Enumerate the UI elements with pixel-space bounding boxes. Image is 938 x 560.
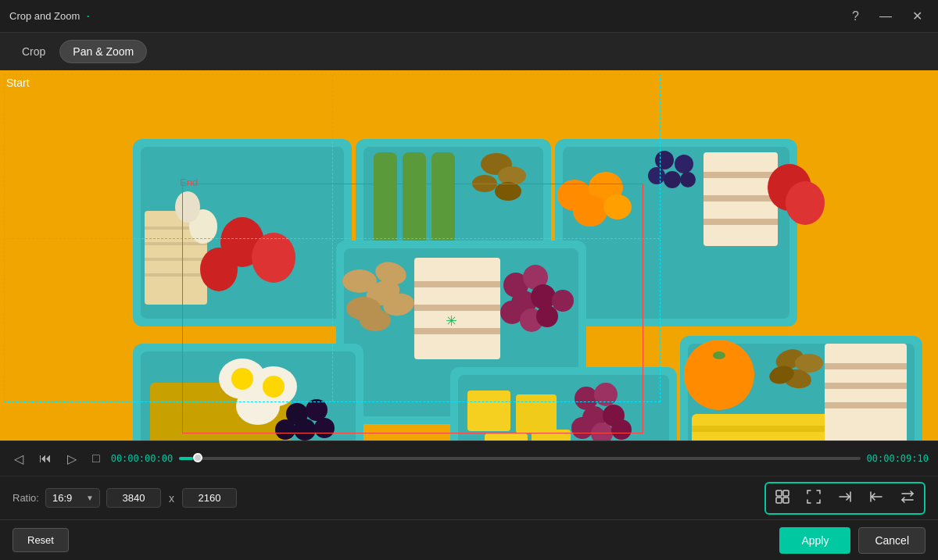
width-input[interactable] — [106, 488, 161, 508]
tab-bar: Crop Pan & Zoom — [0, 33, 938, 70]
svg-point-57 — [536, 305, 558, 327]
move-cursor-icon: ✳ — [446, 312, 457, 330]
svg-point-26 — [573, 195, 607, 226]
food-image — [0, 70, 938, 441]
svg-rect-34 — [704, 172, 778, 178]
svg-point-12 — [175, 191, 200, 223]
svg-rect-96 — [825, 344, 907, 441]
window-title: Crop and Zoom — [9, 10, 80, 22]
svg-point-54 — [531, 284, 556, 309]
svg-rect-7 — [145, 273, 207, 276]
svg-rect-35 — [704, 195, 778, 202]
ratio-select[interactable]: 16:9 4:3 1:1 9:16 Custom — [45, 488, 100, 508]
svg-rect-77 — [532, 430, 571, 441]
svg-rect-97 — [825, 363, 907, 369]
svg-point-65 — [231, 368, 253, 390]
svg-rect-103 — [783, 498, 789, 503]
svg-point-32 — [680, 172, 696, 187]
svg-point-66 — [263, 376, 285, 398]
title-dot: · — [86, 8, 90, 24]
svg-point-70 — [314, 418, 335, 438]
title-bar-controls: ? — ✕ — [846, 5, 929, 27]
svg-point-28 — [655, 151, 674, 169]
timeline-area: ◁ ⏮ ▷ □ 00:00:00:00 00:00:09:10 — [0, 441, 938, 476]
svg-rect-74 — [467, 391, 510, 431]
svg-point-87 — [684, 340, 754, 410]
svg-point-45 — [360, 309, 391, 331]
start-label: Start — [6, 77, 30, 89]
video-area: Start End ✳ — [0, 70, 938, 441]
svg-point-9 — [252, 233, 295, 283]
svg-point-20 — [472, 175, 497, 192]
dim-separator: x — [169, 492, 174, 505]
svg-rect-101 — [783, 490, 789, 496]
end-label: End — [180, 177, 198, 188]
title-bar-left: Crop and Zoom · — [9, 8, 90, 24]
bottom-bar: Reset Apply Cancel — [0, 519, 938, 560]
svg-rect-102 — [776, 498, 782, 503]
svg-rect-5 — [145, 242, 207, 245]
svg-point-69 — [294, 419, 316, 441]
svg-point-79 — [594, 383, 618, 406]
svg-point-68 — [306, 399, 328, 421]
tab-panzoom[interactable]: Pan & Zoom — [59, 40, 147, 63]
time-current: 00:00:00:00 — [111, 453, 173, 464]
svg-point-58 — [552, 290, 574, 312]
svg-rect-75 — [516, 394, 557, 433]
svg-rect-76 — [485, 433, 528, 441]
transform-icon-group — [764, 482, 925, 515]
svg-point-88 — [713, 351, 725, 359]
align-left-button[interactable] — [865, 487, 888, 510]
svg-point-29 — [675, 155, 693, 173]
apply-button[interactable]: Apply — [779, 527, 850, 554]
svg-rect-48 — [414, 281, 500, 287]
align-right-button[interactable] — [833, 487, 857, 510]
svg-rect-36 — [704, 219, 778, 225]
frame-back-button[interactable]: ⏮ — [34, 448, 56, 469]
timeline-track[interactable] — [179, 457, 860, 460]
svg-point-71 — [275, 419, 295, 440]
svg-point-82 — [571, 417, 593, 439]
fullscreen-button[interactable] — [802, 487, 825, 510]
tab-crop[interactable]: Crop — [13, 41, 55, 62]
close-button[interactable]: ✕ — [906, 5, 929, 27]
svg-rect-50 — [414, 328, 500, 334]
fit-to-screen-button[interactable] — [771, 487, 794, 510]
minimize-button[interactable]: — — [873, 6, 898, 27]
stop-button[interactable]: □ — [88, 448, 105, 469]
svg-point-84 — [611, 419, 632, 440]
svg-point-19 — [498, 166, 526, 185]
help-button[interactable]: ? — [846, 6, 865, 27]
play-button[interactable]: ▷ — [63, 448, 81, 469]
ratio-label: Ratio: — [13, 492, 39, 504]
svg-point-38 — [786, 181, 825, 225]
svg-rect-100 — [776, 490, 782, 496]
svg-rect-6 — [145, 258, 207, 261]
svg-point-21 — [495, 182, 521, 201]
cancel-button[interactable]: Cancel — [858, 527, 925, 554]
svg-point-10 — [200, 248, 238, 291]
svg-rect-98 — [825, 383, 907, 389]
timeline-playhead[interactable] — [193, 453, 202, 462]
title-bar: Crop and Zoom · ? — ✕ — [0, 0, 938, 33]
svg-point-31 — [648, 167, 665, 184]
timeline-progress — [179, 457, 192, 460]
svg-rect-49 — [414, 305, 500, 311]
bottom-right-buttons: Apply Cancel — [779, 527, 925, 554]
svg-point-30 — [664, 171, 681, 188]
reset-button[interactable]: Reset — [13, 528, 69, 552]
svg-point-27 — [603, 194, 632, 219]
svg-rect-99 — [825, 402, 907, 408]
controls-area: Ratio: 16:9 4:3 1:1 9:16 Custom ▼ x — [0, 476, 938, 519]
time-total: 00:00:09:10 — [867, 453, 929, 464]
height-input[interactable] — [182, 488, 237, 508]
swap-button[interactable] — [896, 487, 919, 510]
skip-back-button[interactable]: ◁ — [9, 448, 28, 469]
